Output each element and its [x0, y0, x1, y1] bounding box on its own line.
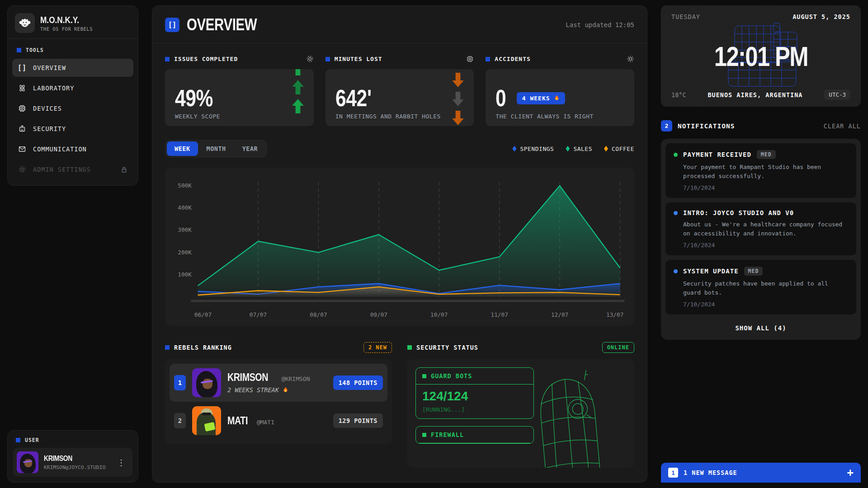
legend-spendings[interactable]: SPENDINGS	[512, 145, 554, 152]
notification-payment-received[interactable]: PAYMENT RECEIVED MED Your payment to Ram…	[665, 143, 856, 198]
notifications-list: PAYMENT RECEIVED MED Your payment to Ram…	[661, 139, 861, 340]
diamond-icon	[604, 146, 608, 152]
sidebar-item-security[interactable]: SECURITY	[12, 120, 133, 138]
security-status-section: SECURITY STATUS ONLINE GUARD BOTS 124/12…	[407, 342, 634, 468]
svg-text:10/07: 10/07	[430, 311, 448, 318]
svg-text:07/07: 07/07	[250, 311, 267, 318]
rebel-streak: 2 WEEKS STREAK	[227, 386, 327, 394]
sidebar-item-admin-settings: ADMIN SETTINGS	[12, 160, 133, 178]
points-badge: 148 POINTS	[333, 375, 383, 390]
guard-bots-module: GUARD BOTS 124/124 [RUNNING...]	[415, 367, 534, 419]
svg-text:200K: 200K	[178, 249, 192, 255]
user-card[interactable]: KRIMSON KRIMSON@JOYCO.STUDIO ⋮	[13, 448, 132, 477]
last-updated-text: Last updated 12:05	[566, 21, 634, 28]
new-message-bar[interactable]: 1 1 NEW MESSAGE +	[661, 463, 861, 483]
chip-icon[interactable]	[466, 55, 474, 63]
svg-text:09/07: 09/07	[370, 311, 387, 318]
atom-icon	[18, 84, 27, 93]
svg-text:500K: 500K	[178, 182, 192, 189]
avatar	[192, 368, 221, 397]
stat-card-issues-completed: ISSUES COMPLETED 49% WEEKLY SCOPE	[165, 55, 314, 126]
section-bullet-icon	[165, 345, 170, 350]
stat-caption: THE CLIENT ALWAYS IS RIGHT	[495, 113, 624, 120]
module-bullet-icon	[422, 374, 426, 378]
notification-system-update[interactable]: SYSTEM UPDATE MED Security patches have …	[665, 260, 856, 314]
burst-icon[interactable]	[627, 55, 634, 63]
clear-all-button[interactable]: CLEAR ALL	[824, 122, 861, 130]
plus-icon[interactable]: +	[847, 467, 854, 478]
notification-count-badge: 2	[661, 120, 672, 131]
gear-icon[interactable]	[306, 55, 314, 63]
legend-coffee[interactable]: COFFEE	[604, 145, 634, 152]
kebab-menu-icon[interactable]: ⋮	[113, 458, 129, 467]
tab-month[interactable]: MONTH	[199, 141, 234, 156]
user-section-label: USER	[25, 437, 39, 443]
stat-title: ACCIDENTS	[495, 56, 622, 62]
gear-icon	[18, 165, 27, 174]
sidebar-item-label: OVERVIEW	[33, 64, 66, 71]
sidebar-item-devices[interactable]: DEVICES	[12, 99, 133, 117]
svg-text:300K: 300K	[178, 226, 192, 233]
fire-icon	[283, 387, 288, 394]
priority-badge: MED	[744, 267, 763, 276]
status-dot-icon	[674, 211, 678, 215]
clock-card: TUESDAY AUGUST 5, 2025 12:01 PM 18°C BUE…	[661, 5, 861, 107]
legend-sales[interactable]: SALES	[566, 145, 592, 152]
trend-down-arrows-icon	[452, 73, 464, 126]
module-label: FIREWALL	[431, 431, 464, 438]
main-content: [] OVERVIEW Last updated 12:05 ISSUES CO…	[152, 5, 647, 483]
chart-legend: SPENDINGS SALES COFFEE	[512, 145, 634, 152]
module-label: GUARD BOTS	[431, 372, 472, 380]
app-subtitle: THE OS FOR REBELS	[40, 26, 93, 32]
notification-body: Security patches have been applied to al…	[683, 279, 848, 297]
sidebar-item-label: SECURITY	[33, 125, 66, 132]
location: BUENOS AIRES, ARGENTINA	[708, 91, 802, 99]
sidebar: M.O.N.K.Y. THE OS FOR REBELS TOOLS [] OV…	[7, 5, 138, 483]
security-title: SECURITY STATUS	[416, 344, 598, 351]
ranking-row-2[interactable]: 2 MATI @MATI 129 POINTS	[170, 402, 387, 440]
temperature: 18°C	[671, 91, 686, 99]
diamond-icon	[566, 146, 570, 152]
stat-title: ISSUES COMPLETED	[174, 56, 302, 62]
notifications-header: 2 NOTIFICATIONS CLEAR ALL	[661, 120, 861, 131]
tab-year[interactable]: YEAR	[235, 141, 266, 156]
tab-week[interactable]: WEEK	[167, 141, 198, 156]
notification-title: SYSTEM UPDATE	[683, 267, 739, 275]
diamond-icon	[512, 146, 516, 152]
rebel-name: KRIMSON	[227, 372, 268, 383]
ranking-row-1[interactable]: 1 KRIMSON @KRIMSON 2 WEEKS STREAK	[170, 364, 387, 402]
monkey-logo-icon	[15, 13, 35, 33]
mail-icon	[18, 145, 27, 154]
user-name: KRIMSON	[44, 455, 72, 462]
rank-badge: 2	[174, 413, 186, 428]
stat-value: 49%	[175, 87, 213, 109]
clock-time: 12:01 PM	[714, 40, 807, 72]
svg-text:12/07: 12/07	[551, 311, 568, 318]
stat-bullet-icon	[486, 57, 490, 61]
time-range-tabs: WEEK MONTH YEAR	[165, 140, 267, 158]
chart-canvas: 100K200K300K400K500K06/0707/0708/0709/07…	[169, 174, 631, 324]
notification-intro[interactable]: INTRO: JOYCO STUDIO AND V0 About us - We…	[665, 202, 856, 255]
svg-text:06/07: 06/07	[194, 311, 212, 318]
ranking-title: REBELS RANKING	[174, 344, 359, 351]
app-title: M.O.N.K.Y.	[40, 15, 79, 24]
sidebar-item-communication[interactable]: COMMUNICATION	[12, 140, 133, 158]
rebel-handle: @KRIMSON	[282, 375, 310, 382]
lock-icon	[120, 166, 128, 174]
points-badge: 129 POINTS	[333, 413, 383, 428]
show-all-button[interactable]: SHOW ALL (4)	[665, 319, 856, 335]
stat-value: 642'	[335, 87, 372, 109]
section-bullet-icon	[16, 438, 20, 442]
sidebar-item-laboratory[interactable]: LABORATORY	[12, 79, 133, 97]
sidebar-item-overview[interactable]: [] OVERVIEW	[12, 59, 133, 77]
section-bullet-icon	[17, 48, 21, 52]
status-dot-icon	[674, 153, 678, 157]
sidebar-section-label: TOOLS	[26, 47, 44, 53]
svg-text:13/07: 13/07	[606, 311, 623, 318]
trend-up-arrows-icon	[292, 69, 304, 126]
module-value: 124/124	[422, 389, 527, 404]
notification-date: 7/10/2024	[683, 242, 848, 249]
avatar	[192, 406, 221, 435]
fire-icon	[554, 95, 560, 102]
sidebar-item-label: ADMIN SETTINGS	[33, 166, 91, 173]
